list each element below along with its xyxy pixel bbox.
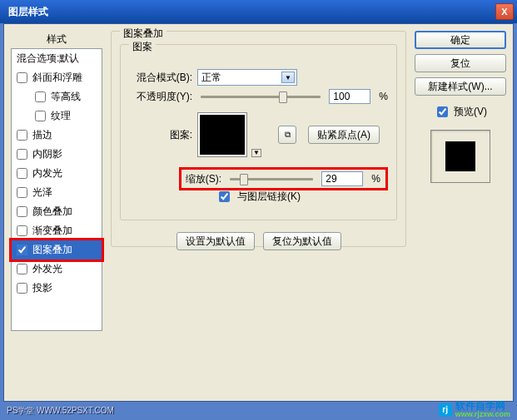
logo-icon: rj xyxy=(439,403,452,417)
make-default-button[interactable]: 设置为默认值 xyxy=(176,232,255,250)
outer-fieldset: 图案叠加 图案 混合模式(B): 正常 ▼ 不透明度(Y): 100 xyxy=(111,31,406,247)
style-checkbox[interactable] xyxy=(17,149,27,160)
highlighted-style: 图案叠加 xyxy=(9,238,104,262)
cancel-button[interactable]: 复位 xyxy=(415,54,506,72)
style-item[interactable]: 颜色叠加 xyxy=(12,202,102,221)
style-item-label: 内发光 xyxy=(32,166,62,180)
styles-list: 混合选项:默认 斜面和浮雕等高线纹理描边内阴影内发光光泽颜色叠加渐变叠加图案叠加… xyxy=(11,48,102,331)
ok-button[interactable]: 确定 xyxy=(415,31,506,49)
blend-mode-select[interactable]: 正常 ▼ xyxy=(197,69,297,86)
style-item-label: 等高线 xyxy=(51,90,81,104)
style-checkbox[interactable] xyxy=(17,245,27,255)
snap-to-origin-icon[interactable]: ⧉ xyxy=(278,126,296,144)
style-item[interactable]: 内阴影 xyxy=(12,145,102,164)
styles-panel: 样式 混合选项:默认 斜面和浮雕等高线纹理描边内阴影内发光光泽颜色叠加渐变叠加图… xyxy=(11,31,102,394)
pattern-overlay-panel: 图案叠加 图案 混合模式(B): 正常 ▼ 不透明度(Y): 100 xyxy=(111,31,406,394)
style-item-label: 纹理 xyxy=(51,109,71,123)
style-item-label: 渐变叠加 xyxy=(32,224,72,238)
preview-box xyxy=(430,130,490,183)
style-item[interactable]: 图案叠加 xyxy=(12,240,102,259)
style-item[interactable]: 描边 xyxy=(12,126,102,145)
window-title: 图层样式 xyxy=(8,5,48,19)
scale-slider[interactable] xyxy=(230,178,313,180)
new-style-button[interactable]: 新建样式(W)... xyxy=(415,77,506,96)
link-row: 与图层链接(K) xyxy=(216,189,388,205)
opacity-label: 不透明度(Y): xyxy=(129,90,192,104)
style-item[interactable]: 光泽 xyxy=(12,183,102,202)
style-item[interactable]: 斜面和浮雕 xyxy=(12,68,102,87)
style-checkbox[interactable] xyxy=(17,130,27,141)
style-item[interactable]: 纹理 xyxy=(12,106,102,126)
watermark-left: PS学堂 WWW.52PSXT.COM xyxy=(7,405,114,417)
style-item[interactable]: 投影 xyxy=(12,279,102,298)
default-buttons-row: 设置为默认值 复位为默认值 xyxy=(120,232,397,250)
close-button[interactable]: X xyxy=(495,3,514,20)
preview-checkbox[interactable] xyxy=(437,106,448,117)
scale-label: 缩放(S): xyxy=(183,172,221,186)
style-checkbox[interactable] xyxy=(35,91,46,102)
blending-options[interactable]: 混合选项:默认 xyxy=(12,49,102,68)
style-item-label: 描边 xyxy=(32,128,52,142)
reset-default-button[interactable]: 复位为默认值 xyxy=(263,232,341,250)
styles-header: 样式 xyxy=(11,31,102,48)
opacity-slider[interactable] xyxy=(201,96,321,98)
style-item[interactable]: 内发光 xyxy=(12,164,102,183)
opacity-input[interactable]: 100 xyxy=(329,89,370,104)
dialog-body: 样式 混合选项:默认 斜面和浮雕等高线纹理描边内阴影内发光光泽颜色叠加渐变叠加图… xyxy=(3,23,514,402)
style-checkbox[interactable] xyxy=(17,206,27,217)
pattern-label: 图案: xyxy=(129,128,192,142)
style-item-label: 投影 xyxy=(32,281,52,295)
style-item-label: 光泽 xyxy=(32,185,52,200)
style-checkbox[interactable] xyxy=(17,283,27,294)
scale-row-highlighted: 缩放(S): 29 % xyxy=(179,167,388,190)
style-item-label: 内阴影 xyxy=(32,147,62,161)
style-item-label: 外发光 xyxy=(32,262,62,276)
style-checkbox[interactable] xyxy=(17,187,27,198)
style-checkbox[interactable] xyxy=(35,111,46,121)
pattern-row: 图案: ▼ ⧉ 贴紧原点(A) xyxy=(129,112,388,157)
style-checkbox[interactable] xyxy=(17,168,27,179)
style-checkbox[interactable] xyxy=(17,225,27,236)
style-item-label: 斜面和浮雕 xyxy=(32,71,82,85)
preview-checkbox-row: 预览(V) xyxy=(415,104,506,120)
style-item[interactable]: 外发光 xyxy=(12,259,102,279)
scale-input[interactable]: 29 xyxy=(321,171,363,186)
snap-origin-button[interactable]: 贴紧原点(A) xyxy=(308,126,380,144)
inner-fieldset: 图案 混合模式(B): 正常 ▼ 不透明度(Y): 100 % xyxy=(120,44,397,220)
action-buttons: 确定 复位 新建样式(W)... 预览(V) xyxy=(415,31,506,394)
chevron-down-icon: ▼ xyxy=(281,72,295,83)
pattern-dropdown-icon[interactable]: ▼ xyxy=(251,149,261,157)
scale-thumb[interactable] xyxy=(240,174,248,185)
opacity-thumb[interactable] xyxy=(279,91,287,103)
style-item-label: 颜色叠加 xyxy=(32,205,72,219)
titlebar: 图层样式 X xyxy=(0,0,517,23)
pattern-swatch[interactable] xyxy=(197,112,247,157)
style-item[interactable]: 等高线 xyxy=(12,87,102,106)
style-checkbox[interactable] xyxy=(17,72,27,83)
link-with-layer-checkbox[interactable] xyxy=(219,191,230,202)
watermark-right: rj 软件自学网 www.rjzxw.com xyxy=(439,401,510,418)
style-item-label: 图案叠加 xyxy=(32,243,72,257)
style-checkbox[interactable] xyxy=(17,264,27,274)
blend-mode-row: 混合模式(B): 正常 ▼ xyxy=(129,69,388,86)
blend-mode-label: 混合模式(B): xyxy=(129,71,192,85)
preview-swatch xyxy=(445,141,475,171)
opacity-row: 不透明度(Y): 100 % xyxy=(129,89,388,104)
